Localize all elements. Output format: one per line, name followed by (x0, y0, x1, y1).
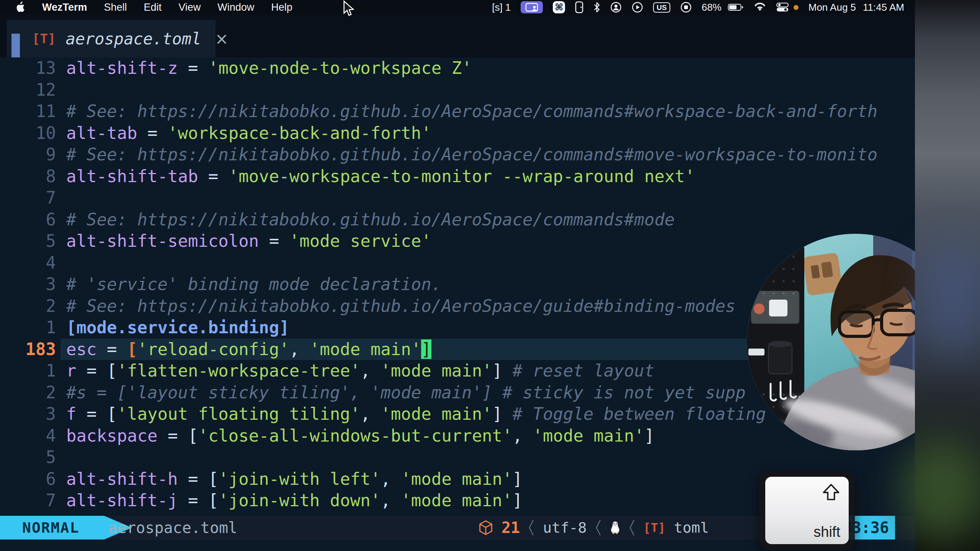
code-token: = [ (178, 491, 218, 510)
screen-share-button[interactable] (521, 1, 543, 13)
code-token: 'join-with left' (218, 469, 381, 489)
statusline-count: 21 (501, 519, 520, 536)
code-token: 'mode main' (401, 491, 512, 510)
shift-key-label: shift (813, 524, 840, 540)
battery-percent-label: 68% (702, 2, 722, 13)
keystroke-overlay: shift (759, 471, 855, 550)
code-token: alt-shift-h (66, 469, 178, 489)
code-token: 'move-node-to-workspace Z' (208, 58, 472, 78)
line-number: 1 (0, 317, 56, 339)
code-token: 'close-all-windows-but-current' (198, 426, 512, 445)
package-cube-icon (479, 520, 493, 535)
code-token: # See: https://nikitabobko.github.io/Aer… (66, 145, 877, 164)
code-text: #s = ['layout sticky tiling', 'mode main… (66, 382, 746, 404)
command-app-icon[interactable]: ⌘ (553, 1, 565, 13)
code-token: alt-shift-semicolon (66, 231, 259, 251)
chevron-left-icon (629, 519, 635, 536)
code-text: alt-shift-h = ['join-with left', 'mode m… (66, 468, 523, 490)
code-line[interactable]: 5 (0, 447, 915, 468)
code-token: 'mode service' (289, 231, 431, 251)
code-token: [mode.service.binding] (66, 318, 289, 337)
clock-date: Mon Aug 5 (808, 2, 856, 13)
code-token: , (381, 469, 401, 489)
code-token: # 'service' binding mode declaration. (66, 274, 441, 294)
line-number: 4 (0, 425, 56, 447)
menu-item-window[interactable]: Window (217, 2, 254, 13)
statusline-filename: aerospace.toml (108, 516, 237, 540)
code-line[interactable]: 8alt-shift-tab = 'move-workspace-to-moni… (0, 166, 915, 187)
menu-item-edit[interactable]: Edit (144, 2, 162, 13)
code-token: , (360, 404, 381, 424)
code-token: # reset layout (513, 361, 655, 380)
code-line[interactable]: 6# See: https://nikitabobko.github.io/Ae… (0, 209, 915, 231)
code-token: 'mode main' (401, 469, 512, 489)
line-number: 7 (0, 490, 56, 512)
code-line[interactable]: 7 (0, 187, 915, 209)
code-text: r = ['flatten-workspace-tree', 'mode mai… (66, 360, 654, 382)
line-number: 2 (0, 295, 56, 317)
bluetooth-icon[interactable] (593, 2, 600, 13)
code-line[interactable]: 5alt-shift-semicolon = 'mode service' (0, 230, 915, 252)
code-token: alt-shift-tab (66, 166, 198, 186)
iphone-mirroring-icon[interactable] (575, 1, 583, 13)
code-text: # See: https://nikitabobko.github.io/Aer… (66, 144, 877, 166)
mouse-cursor (342, 0, 355, 19)
code-line[interactable]: 4backspace = ['close-all-windows-but-cur… (0, 425, 915, 447)
code-token: 'mode main' (310, 339, 421, 359)
code-text: alt-tab = 'workspace-back-and-forth' (66, 122, 431, 144)
code-text: alt-shift-z = 'move-node-to-workspace Z' (66, 57, 472, 79)
code-token: esc (66, 339, 96, 359)
code-token: ] (513, 469, 523, 489)
aerospace-workspace-indicator[interactable]: [s] 1 (492, 2, 511, 13)
control-center-icon[interactable] (776, 2, 789, 12)
line-number: 2 (0, 382, 56, 404)
code-line[interactable]: 12 (0, 79, 915, 101)
menu-bar-clock[interactable]: Mon Aug 5 11:45 AM (808, 2, 904, 13)
line-number: 12 (0, 79, 56, 101)
user-status-icon[interactable] (610, 2, 622, 13)
wifi-icon[interactable] (754, 3, 766, 12)
tab-aerospace-toml[interactable]: [T] aerospace.toml × (7, 20, 216, 57)
code-text: # See: https://nikitabobko.github.io/Aer… (66, 101, 877, 122)
code-text: # See: https://nikitabobko.github.io/Aer… (66, 295, 735, 317)
tab-title: aerospace.toml (65, 29, 201, 48)
line-number: 9 (0, 144, 56, 166)
blurred-blue-glow (923, 245, 980, 360)
code-text: backspace = ['close-all-windows-but-curr… (66, 425, 654, 447)
toml-filetype-icon: [T] (644, 520, 666, 535)
shift-arrow-icon (821, 482, 841, 504)
line-number: 3 (0, 403, 56, 425)
menu-item-app[interactable]: WezTerm (42, 2, 87, 13)
code-token: 'join-with down' (218, 491, 381, 510)
statusline-right: 21 utf-8 [T] toml (479, 516, 709, 540)
menu-item-view[interactable]: View (178, 2, 201, 13)
line-number: 6 (0, 468, 56, 490)
menu-item-shell[interactable]: Shell (104, 2, 127, 13)
apple-menu-icon[interactable] (15, 2, 25, 13)
recording-dot-indicator (794, 5, 799, 10)
code-text: alt-shift-semicolon = 'mode service' (66, 230, 431, 252)
code-token: = (259, 231, 289, 251)
tab-close-icon[interactable]: × (215, 29, 228, 48)
code-line[interactable]: 11# See: https://nikitabobko.github.io/A… (0, 101, 915, 122)
code-line[interactable]: 9# See: https://nikitabobko.github.io/Ae… (0, 144, 915, 166)
code-token: [ (127, 339, 137, 359)
tab-bar: [T] aerospace.toml × (0, 15, 915, 57)
code-line[interactable]: 10alt-tab = 'workspace-back-and-forth' (0, 122, 915, 144)
menu-item-help[interactable]: Help (271, 2, 292, 13)
code-line[interactable]: 13alt-shift-z = 'move-node-to-workspace … (0, 57, 915, 79)
cursor-block: ] (421, 339, 431, 359)
code-token: alt-shift-z (66, 58, 178, 78)
code-token: , (513, 426, 533, 445)
menu-bar-status: [s] 1 ⌘ (492, 0, 904, 15)
code-token: r (66, 361, 77, 380)
code-token: = [ (178, 469, 218, 489)
play-status-icon[interactable] (632, 2, 643, 13)
code-token: # See: https://nikitabobko.github.io/Aer… (66, 101, 877, 121)
screen-record-icon[interactable] (680, 2, 692, 13)
code-token: 'workspace-back-and-forth' (168, 123, 431, 143)
line-number: 183 (0, 339, 56, 360)
code-token: ] (492, 404, 513, 424)
battery-icon[interactable] (728, 3, 744, 11)
input-source-badge[interactable]: US (653, 2, 670, 13)
